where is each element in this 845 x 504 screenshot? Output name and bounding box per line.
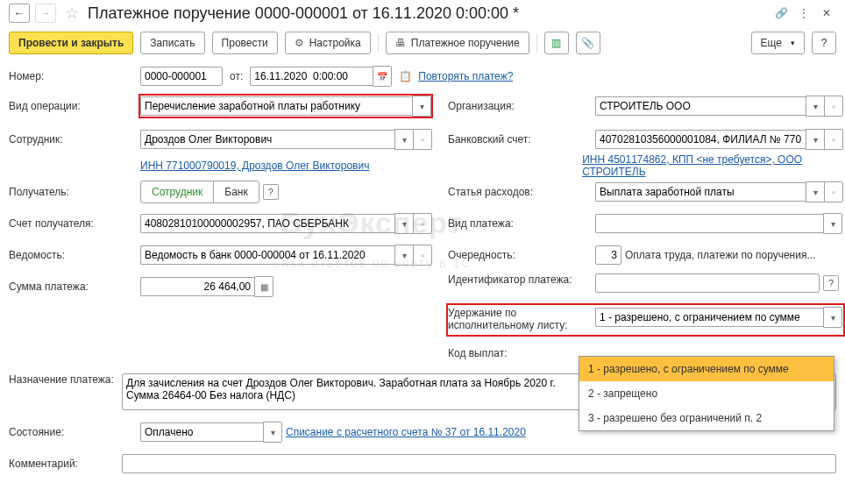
writ-dropdown[interactable]: 1 - разрешено, с ограничением по сумме 2…: [579, 356, 834, 431]
expense-input[interactable]: [595, 182, 806, 202]
state-input[interactable]: [140, 422, 263, 442]
print-button[interactable]: 🖶Платежное поручение: [386, 32, 529, 54]
statement-label: Ведомость:: [9, 249, 140, 261]
chevron-down-icon[interactable]: ▾: [394, 245, 414, 266]
comment-label: Комментарий:: [9, 458, 122, 470]
chevron-down-icon[interactable]: ▾: [823, 307, 842, 328]
pay-ident-label: Идентификатор платежа:: [448, 273, 595, 286]
rec-account-label: Счет получателя:: [9, 217, 140, 230]
chevron-down-icon[interactable]: ▾: [263, 422, 282, 443]
from-label: от:: [226, 70, 246, 82]
toggle-bank[interactable]: Банк: [213, 181, 258, 202]
chevron-down-icon[interactable]: ▾: [823, 213, 842, 234]
bank-account-input[interactable]: [595, 130, 806, 149]
operation-type-input[interactable]: [140, 96, 412, 116]
open-icon[interactable]: ▫: [825, 181, 843, 202]
nav-forward-button[interactable]: →: [35, 4, 56, 23]
inn-left-link[interactable]: ИНН 771000790019, Дроздов Олег Викторови…: [140, 160, 369, 172]
open-icon[interactable]: ▫: [825, 129, 843, 150]
number-input[interactable]: [140, 67, 223, 86]
employee-input[interactable]: [140, 130, 394, 149]
state-link[interactable]: Списание с расчетного счета № 37 от 16.1…: [286, 426, 526, 438]
priority-desc: Оплата труда, платежи по поручения...: [625, 249, 815, 261]
org-input[interactable]: [595, 96, 806, 116]
comment-input[interactable]: [122, 454, 836, 473]
chevron-down-icon[interactable]: ▾: [394, 129, 414, 150]
operation-type-label: Вид операции:: [9, 100, 140, 112]
calculator-icon[interactable]: ▦: [254, 276, 273, 297]
expense-label: Статья расходов:: [448, 186, 595, 198]
help-button[interactable]: ?: [812, 32, 836, 54]
purpose-label: Назначение платежа:: [9, 373, 122, 386]
help-icon[interactable]: ?: [823, 275, 839, 291]
save-button[interactable]: Записать: [140, 32, 204, 54]
open-icon[interactable]: ▫: [414, 213, 432, 234]
calendar-selector-icon[interactable]: 📋: [395, 67, 415, 85]
priority-input[interactable]: [595, 245, 621, 265]
printer-icon: 🖶: [395, 37, 406, 49]
chevron-down-icon[interactable]: ▾: [806, 181, 825, 202]
bank-account-label: Банковский счет:: [448, 133, 595, 146]
kebab-icon[interactable]: ⋮: [794, 4, 813, 22]
operation-type-field[interactable]: ▾: [140, 96, 431, 117]
rec-account-input[interactable]: [140, 214, 394, 233]
attachment-button[interactable]: 📎: [576, 32, 600, 54]
pay-ident-input[interactable]: [595, 273, 820, 293]
number-label: Номер:: [9, 70, 140, 82]
page-title: Платежное поручение 0000-000001 от 16.11…: [88, 4, 766, 23]
calendar-icon[interactable]: 📅: [373, 66, 392, 87]
amount-input[interactable]: [140, 277, 254, 296]
chevron-down-icon[interactable]: ▾: [806, 96, 825, 117]
org-label: Организация:: [448, 100, 595, 112]
pay-type-input[interactable]: [595, 214, 823, 233]
pay-type-label: Вид платежа:: [448, 217, 595, 230]
open-icon[interactable]: ▫: [414, 129, 432, 150]
pay-code-label: Код выплат:: [448, 347, 595, 359]
amount-label: Сумма платежа:: [9, 280, 140, 293]
chevron-down-icon[interactable]: ▾: [412, 96, 431, 117]
recipient-label: Получатель:: [9, 186, 140, 198]
employee-label: Сотрудник:: [9, 133, 140, 146]
state-label: Состояние:: [9, 426, 140, 438]
gear-icon: ⚙: [295, 37, 304, 49]
dropdown-option[interactable]: 2 - запрещено: [579, 381, 834, 406]
post-close-button[interactable]: Провести и закрыть: [9, 32, 133, 54]
chevron-down-icon[interactable]: ▾: [806, 129, 825, 150]
help-icon[interactable]: ?: [263, 184, 279, 200]
chevron-down-icon[interactable]: ▾: [394, 213, 414, 234]
favorite-icon[interactable]: ☆: [61, 4, 82, 23]
more-button[interactable]: Еще▾: [751, 32, 805, 54]
statement-input[interactable]: [140, 245, 394, 265]
writ-input[interactable]: [595, 308, 823, 327]
date-input[interactable]: [250, 67, 373, 86]
post-button[interactable]: Провести: [212, 32, 278, 54]
nav-back-button[interactable]: ←: [9, 4, 30, 23]
link-icon[interactable]: 🔗: [771, 4, 791, 22]
dropdown-option[interactable]: 1 - разрешено, с ограничением по сумме: [579, 357, 834, 381]
close-icon[interactable]: ✕: [817, 4, 836, 22]
inn-right-link[interactable]: ИНН 4501174862, КПП <не требуется>, ООО …: [582, 153, 843, 178]
repeat-payment-link[interactable]: Повторять платеж?: [418, 70, 513, 82]
related-button[interactable]: ▥: [544, 32, 569, 54]
open-icon[interactable]: ▫: [414, 245, 432, 266]
recipient-toggle[interactable]: Сотрудник Банк: [140, 181, 259, 203]
priority-label: Очередность:: [448, 249, 595, 261]
dropdown-option[interactable]: 3 - разрешено без ограничений п. 2: [579, 406, 834, 430]
open-icon[interactable]: ▫: [825, 96, 843, 117]
writ-label: Удержание по исполнительному листу:: [448, 307, 595, 331]
toggle-employee[interactable]: Сотрудник: [141, 181, 213, 202]
settings-button[interactable]: ⚙Настройка: [285, 32, 371, 54]
